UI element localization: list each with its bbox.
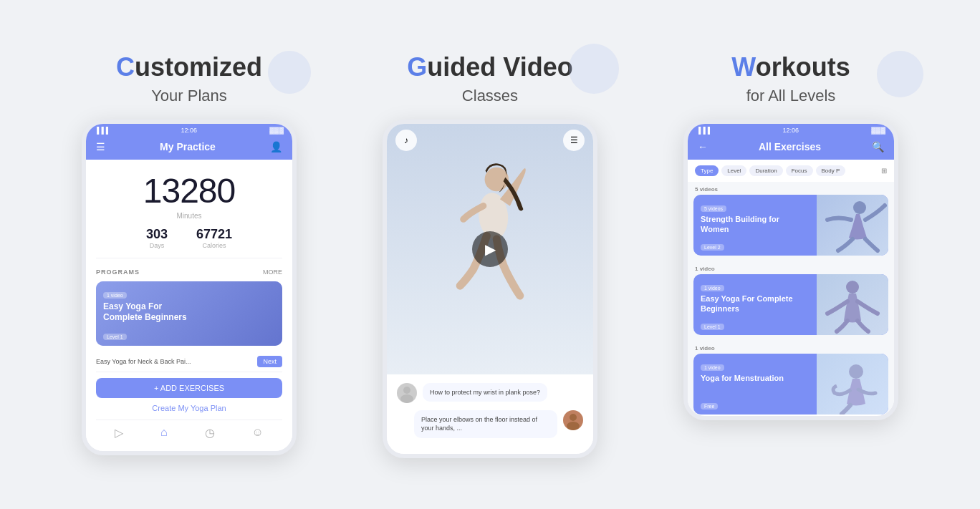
section-label-1: 5 videos xyxy=(688,182,894,195)
video-controls: ♪ ☰ xyxy=(387,130,593,151)
search-icon[interactable]: 🔍 xyxy=(872,141,884,152)
user-icon[interactable]: 👤 xyxy=(270,141,282,152)
battery-icon-3: ▓▓▓ xyxy=(871,127,885,134)
feature-title-guided: Guided Video Classes xyxy=(407,51,572,106)
chat-bubble-q: How to protect my wrist in plank pose? xyxy=(423,383,547,402)
exercise-card-3[interactable]: 1 video Yoga for Menstruation Free xyxy=(693,354,888,415)
menu-icon-video[interactable]: ☰ xyxy=(563,130,585,151)
exercise-title-3: Yoga for Menstruation xyxy=(701,373,801,383)
status-bar-3: ▐▐▐ 12:06 ▓▓▓ xyxy=(688,124,894,137)
exercise-img-1 xyxy=(817,195,888,256)
chat-msg-question: How to protect my wrist in plank pose? xyxy=(397,383,583,403)
status-bar-1: ▐▐▐ 12:06 ▓▓▓ xyxy=(86,124,292,137)
stat-calories: 67721 Calories xyxy=(196,227,232,249)
nav-home-icon[interactable]: ⌂ xyxy=(160,426,168,440)
programs-label: PROGRAMS xyxy=(96,268,140,276)
exercise-list: 5 videos 5 videos xyxy=(688,182,894,415)
feature-title-workouts: Workouts for All Levels xyxy=(731,51,850,106)
status-time: 12:06 xyxy=(181,127,197,134)
svg-point-7 xyxy=(846,281,859,294)
filter-level[interactable]: Level xyxy=(721,165,746,176)
main-container: Customized Your Plans ▐▐▐ 12:06 ▓▓▓ ☰ My… xyxy=(0,37,980,472)
exercise-img-2 xyxy=(817,274,888,335)
filter-focus[interactable]: Focus xyxy=(786,165,813,176)
nav-play-icon[interactable]: ▷ xyxy=(115,426,123,440)
app-title-3: All Exercises xyxy=(759,141,821,152)
title-highlight-2: G xyxy=(407,52,427,82)
filter-duration[interactable]: Duration xyxy=(749,165,782,176)
card-content: 1 video Easy Yoga For Complete Beginners xyxy=(96,281,282,329)
chat-avatar-a xyxy=(563,410,583,430)
exercise-card-content-1: 5 videos Strength Building for Women xyxy=(693,195,808,241)
app-header-3: ← All Exercises 🔍 xyxy=(688,137,894,160)
next-exercise-text: Easy Yoga for Neck & Back Pai... xyxy=(96,358,251,365)
chat-bubble-a: Place your elbows on the floor instead o… xyxy=(414,410,557,438)
exercise-level-2: Level 1 xyxy=(701,324,724,330)
exercise-figure-1 xyxy=(817,195,888,256)
stat-days-value: 303 xyxy=(146,227,168,242)
menu-icon[interactable]: ☰ xyxy=(96,141,105,152)
exercise-figure-2 xyxy=(817,274,888,335)
feature-workouts: Workouts for All Levels ▐▐▐ 12:06 ▓▓▓ ← … xyxy=(655,51,927,420)
app-title-1: My Practice xyxy=(160,141,216,152)
program-title: Easy Yoga For Complete Beginners xyxy=(103,301,203,324)
nav-clock-icon[interactable]: ◷ xyxy=(205,426,215,440)
filter-row: Type Level Duration Focus Body P ⊞ xyxy=(688,160,894,182)
exercise-figure-3 xyxy=(817,354,888,415)
video-area: ♪ ☰ ▶ xyxy=(387,124,593,374)
stat-days: 303 Days xyxy=(146,227,168,249)
chat-area: How to protect my wrist in plank pose? P… xyxy=(387,374,593,454)
exercise-badge-2: 1 video xyxy=(701,285,724,291)
stat-calories-value: 67721 xyxy=(196,227,232,242)
filter-type[interactable]: Type xyxy=(695,165,719,176)
phone-body-1: 13280 Minutes 303 Days 67721 Calories PR… xyxy=(86,160,292,451)
title-rest-2: uided Video xyxy=(427,52,572,82)
minutes-label: Minutes xyxy=(96,212,282,220)
exercise-level-3: Free xyxy=(701,403,718,409)
big-number: 13280 xyxy=(96,171,282,210)
exercise-card-1[interactable]: 5 videos Strength Building for Women Lev… xyxy=(693,195,888,256)
back-icon[interactable]: ← xyxy=(698,141,708,152)
battery-icon: ▓▓▓ xyxy=(269,127,284,134)
phone-1: ▐▐▐ 12:06 ▓▓▓ ☰ My Practice 👤 13280 Minu… xyxy=(82,120,297,455)
title-highlight: C xyxy=(116,52,135,82)
play-button[interactable]: ▶ xyxy=(472,231,508,267)
add-exercises-button[interactable]: + ADD EXERCISES xyxy=(96,378,282,398)
title-sub: Your Plans xyxy=(116,86,262,107)
filter-body[interactable]: Body P xyxy=(816,165,846,176)
exercise-title-2: Easy Yoga For Complete Beginners xyxy=(701,294,801,314)
exercise-card-content-3: 1 video Yoga for Menstruation xyxy=(693,354,808,389)
filter-icon[interactable]: ⊞ xyxy=(881,167,887,175)
programs-header: PROGRAMS MORE xyxy=(96,268,282,276)
title-highlight-3: W xyxy=(731,52,755,82)
stat-days-label: Days xyxy=(146,242,168,249)
title-sub-2: Classes xyxy=(407,86,572,107)
music-icon[interactable]: ♪ xyxy=(395,130,417,151)
svg-point-5 xyxy=(567,422,580,430)
app-header-1: ☰ My Practice 👤 xyxy=(86,137,292,160)
program-card-1[interactable]: 1 video Easy Yoga For Complete Beginners… xyxy=(96,281,282,346)
signal-icon-3: ▐▐▐ xyxy=(696,127,710,134)
feature-title-customized: Customized Your Plans xyxy=(116,51,262,106)
nav-user-icon[interactable]: ☺ xyxy=(252,426,264,440)
section-label-2: 1 video xyxy=(688,261,894,274)
status-time-3: 12:06 xyxy=(782,127,799,134)
title-rest: ustomized xyxy=(135,52,262,82)
program-badge: 1 video xyxy=(103,292,127,299)
deco-circle-1 xyxy=(268,51,311,94)
exercise-badge-1: 5 videos xyxy=(701,205,726,212)
section-label-3: 1 video xyxy=(688,341,894,354)
phone-2: ♪ ☰ ▶ How to protect my wrist in plank p… xyxy=(383,120,597,458)
next-button[interactable]: Next xyxy=(257,356,282,367)
create-link[interactable]: Create My Yoga Plan xyxy=(96,404,282,412)
svg-point-3 xyxy=(400,394,413,403)
exercise-level-1: Level 2 xyxy=(701,244,724,251)
svg-point-2 xyxy=(403,387,410,394)
exercise-badge-3: 1 video xyxy=(701,364,724,371)
svg-point-6 xyxy=(853,201,866,214)
feature-guided: Guided Video Classes xyxy=(354,51,626,458)
exercise-card-2[interactable]: 1 video Easy Yoga For Complete Beginners… xyxy=(693,274,888,335)
svg-point-8 xyxy=(849,364,863,379)
bottom-nav: ▷ ⌂ ◷ ☺ xyxy=(96,420,282,444)
deco-circle-2 xyxy=(569,44,619,94)
